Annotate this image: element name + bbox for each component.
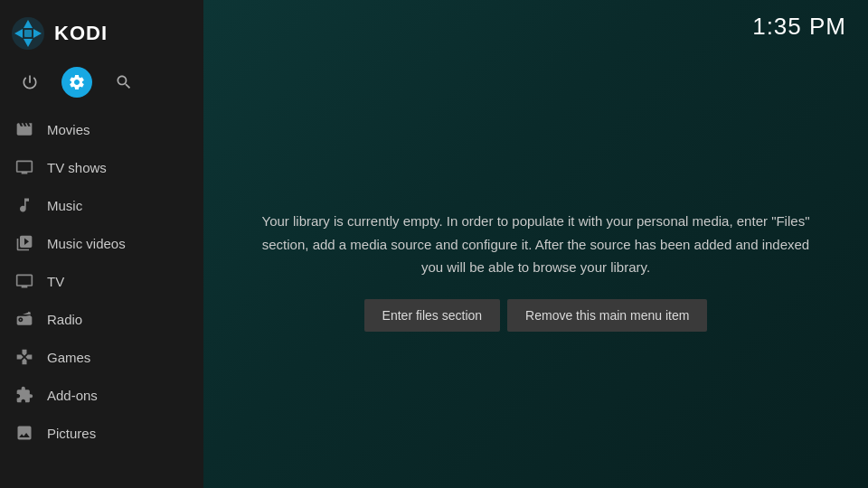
settings-button[interactable] <box>61 67 92 98</box>
sidebar-item-add-ons[interactable]: Add-ons <box>0 376 203 414</box>
enter-files-button[interactable]: Enter files section <box>364 299 501 332</box>
search-button[interactable] <box>108 67 139 98</box>
sidebar-icon-bar <box>0 67 203 110</box>
sidebar-item-games-label: Games <box>47 350 90 365</box>
content-area: Your library is currently empty. In orde… <box>203 53 868 488</box>
library-empty-message: Your library is currently empty. In orde… <box>258 210 814 279</box>
sidebar-item-pictures-label: Pictures <box>47 426 96 441</box>
sidebar-header: KODI <box>0 0 203 67</box>
sidebar-item-music[interactable]: Music <box>0 186 203 224</box>
tv-shows-icon <box>14 157 34 177</box>
remove-menu-item-button[interactable]: Remove this main menu item <box>507 299 707 332</box>
sidebar-item-music-videos-label: Music videos <box>47 236 126 251</box>
sidebar-item-games[interactable]: Games <box>0 338 203 376</box>
main-content: 1:35 PM Your library is currently empty.… <box>203 0 868 488</box>
sidebar-item-movies[interactable]: Movies <box>0 110 203 148</box>
action-buttons: Enter files section Remove this main men… <box>364 299 708 332</box>
music-icon <box>14 195 34 215</box>
sidebar-item-tv-shows-label: TV shows <box>47 160 107 175</box>
addons-icon <box>14 385 34 405</box>
sidebar-item-movies-label: Movies <box>47 122 90 137</box>
sidebar-item-radio-label: Radio <box>47 312 82 327</box>
movies-icon <box>14 119 34 139</box>
music-videos-icon <box>14 233 34 253</box>
sidebar-menu: Movies TV shows Music Music videos <box>0 110 203 488</box>
live-tv-icon <box>14 271 34 291</box>
sidebar-item-radio[interactable]: Radio <box>0 300 203 338</box>
clock: 1:35 PM <box>752 13 846 41</box>
app-title: KODI <box>54 22 108 45</box>
svg-rect-5 <box>24 30 32 37</box>
games-icon <box>14 347 34 367</box>
sidebar-item-tv[interactable]: TV <box>0 262 203 300</box>
topbar: 1:35 PM <box>203 0 868 53</box>
sidebar-item-tv-label: TV <box>47 274 64 289</box>
sidebar: KODI Movies TV shows <box>0 0 203 488</box>
radio-icon <box>14 309 34 329</box>
kodi-logo <box>11 16 45 51</box>
sidebar-item-pictures[interactable]: Pictures <box>0 414 203 452</box>
sidebar-item-add-ons-label: Add-ons <box>47 388 98 403</box>
sidebar-item-tv-shows[interactable]: TV shows <box>0 148 203 186</box>
power-button[interactable] <box>14 67 45 98</box>
sidebar-item-music-label: Music <box>47 198 82 213</box>
pictures-icon <box>14 423 34 443</box>
sidebar-item-music-videos[interactable]: Music videos <box>0 224 203 262</box>
